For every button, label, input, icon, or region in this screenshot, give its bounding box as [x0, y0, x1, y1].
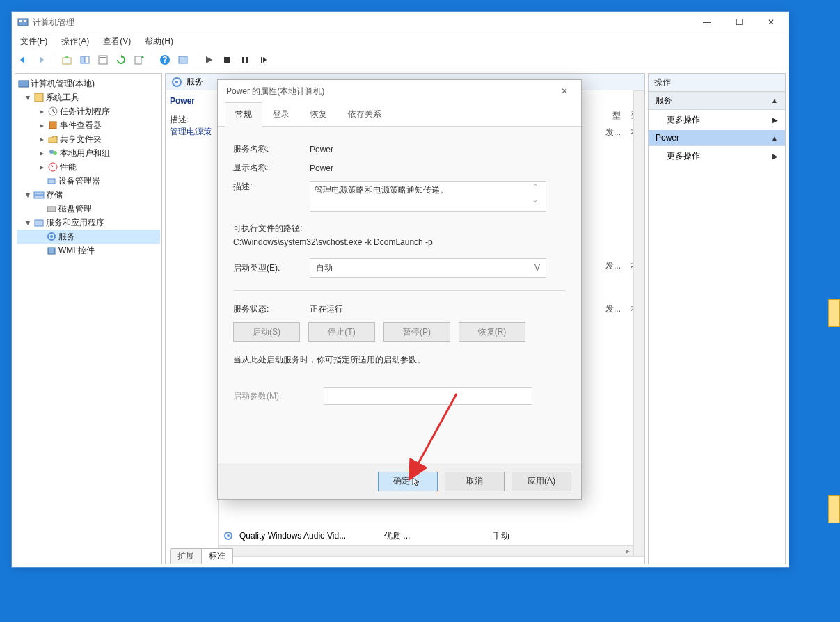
- row-hint1: 发...: [605, 127, 621, 138]
- resume-button[interactable]: 恢复(R): [459, 322, 525, 342]
- dialog-titlebar[interactable]: Power 的属性(本地计算机) ✕: [218, 80, 581, 102]
- tree-systools[interactable]: ▾系统工具: [17, 90, 160, 104]
- svg-rect-24: [34, 192, 44, 195]
- value-service-status: 正在运行: [310, 303, 566, 315]
- tab-general[interactable]: 常规: [225, 102, 262, 127]
- apply-button[interactable]: 应用(A): [512, 472, 571, 491]
- tab-standard[interactable]: 标准: [201, 548, 233, 564]
- list-item[interactable]: Quality Windows Audio Vid... 优质 ... 手动: [223, 529, 644, 543]
- cancel-button[interactable]: 取消: [445, 472, 505, 491]
- svg-rect-8: [135, 56, 141, 64]
- tree-shared-folders[interactable]: ▸共享文件夹: [17, 132, 160, 146]
- svg-rect-15: [261, 57, 262, 63]
- spin-buttons[interactable]: ˄˅: [533, 183, 544, 209]
- tab-dependencies[interactable]: 依存关系: [338, 102, 392, 127]
- nav-back-button[interactable]: [15, 51, 31, 68]
- svg-rect-25: [34, 196, 44, 198]
- nav-tree[interactable]: 计算机管理(本地) ▾系统工具 ▸任务计划程序 ▸事件查看器 ▸共享文件夹 ▸本…: [15, 73, 162, 564]
- service-row-icon: [223, 530, 234, 541]
- label-start-params: 启动参数(M):: [233, 390, 324, 402]
- svg-rect-1: [19, 20, 22, 22]
- menu-view[interactable]: 查看(V): [100, 34, 134, 49]
- properties-dialog: Power 的属性(本地计算机) ✕ 常规 登录 恢复 依存关系 服务名称:Po…: [217, 79, 582, 500]
- maximize-button[interactable]: ☐: [723, 12, 755, 33]
- actions-section-services[interactable]: 服务▲: [649, 92, 785, 110]
- label-exe-path: 可执行文件的路径:: [233, 223, 566, 234]
- svg-rect-27: [35, 220, 43, 226]
- tree-task-scheduler[interactable]: ▸任务计划程序: [17, 104, 160, 118]
- value-description: 管理电源策略和电源策略通知传递。: [315, 184, 448, 196]
- value-start-type: 自动: [316, 262, 333, 274]
- svg-point-29: [50, 235, 53, 238]
- start-hint-text: 当从此处启动服务时，你可指定所适用的启动参数。: [233, 354, 566, 366]
- start-type-select[interactable]: 自动 V: [310, 258, 546, 278]
- row-hint3: 发...: [605, 303, 621, 315]
- export-button[interactable]: [131, 51, 148, 68]
- grid-button[interactable]: [175, 51, 191, 68]
- actions-more-power[interactable]: 更多操作▶: [649, 146, 785, 166]
- stop-toolbar-button[interactable]: [219, 51, 235, 68]
- titlebar: 计算机管理 — ☐ ✕: [12, 12, 789, 33]
- help-button[interactable]: ?: [157, 51, 173, 68]
- tab-extended[interactable]: 扩展: [170, 548, 202, 564]
- tree-local-users[interactable]: ▸本地用户和组: [17, 146, 160, 160]
- menu-file[interactable]: 文件(F): [17, 34, 50, 49]
- close-button[interactable]: ✕: [755, 12, 787, 33]
- tree-root[interactable]: 计算机管理(本地): [17, 77, 160, 90]
- dialog-close-button[interactable]: ✕: [550, 81, 578, 101]
- menu-action[interactable]: 操作(A): [58, 34, 92, 49]
- tab-logon[interactable]: 登录: [262, 102, 300, 127]
- tree-storage[interactable]: ▾存储: [17, 188, 160, 202]
- pause-button[interactable]: 暂停(P): [383, 322, 450, 342]
- h-scrollbar[interactable]: ◂▸: [219, 545, 633, 557]
- tree-device-manager[interactable]: 设备管理器: [17, 174, 160, 188]
- value-display-name: Power: [310, 164, 566, 173]
- label-service-name: 服务名称:: [233, 143, 310, 155]
- tab-recovery[interactable]: 恢复: [300, 102, 338, 127]
- actions-section-power[interactable]: Power▲: [649, 130, 785, 146]
- svg-rect-26: [47, 207, 56, 212]
- dialog-footer: 确定 取消 应用(A): [218, 463, 581, 499]
- menu-help[interactable]: 帮助(H): [142, 34, 176, 49]
- actions-header: 操作: [649, 74, 785, 92]
- pause-toolbar-button[interactable]: [237, 51, 253, 68]
- desc-text: 管理电源策: [170, 126, 214, 138]
- play-button[interactable]: [200, 51, 217, 68]
- toolbar: ?: [12, 49, 789, 70]
- svg-rect-2: [24, 20, 26, 22]
- tree-performance[interactable]: ▸性能: [17, 160, 160, 174]
- svg-rect-11: [179, 56, 187, 63]
- restart-toolbar-button[interactable]: [255, 51, 271, 68]
- chevron-right-icon: ▶: [772, 116, 778, 124]
- svg-rect-17: [35, 93, 43, 102]
- menubar: 文件(F) 操作(A) 查看(V) 帮助(H): [12, 33, 789, 49]
- tree-svc-apps[interactable]: ▾服务和应用程序: [17, 216, 160, 230]
- start-button[interactable]: 启动(S): [233, 322, 300, 342]
- desc-label: 描述:: [170, 114, 214, 126]
- value-service-name: Power: [310, 145, 566, 154]
- row-start: 手动: [493, 530, 509, 542]
- desktop-folder-icon: [828, 299, 840, 327]
- up-button[interactable]: [58, 51, 75, 68]
- tree-wmi[interactable]: WMI 控件: [17, 244, 160, 257]
- properties-toolbar-button[interactable]: [95, 51, 111, 68]
- v-scrollbar[interactable]: [633, 90, 644, 557]
- svg-point-34: [227, 534, 230, 537]
- stop-button[interactable]: 停止(T): [308, 322, 375, 342]
- svg-rect-7: [100, 57, 106, 58]
- service-desc-panel: Power 描述: 管理电源策: [166, 90, 218, 564]
- start-params-input[interactable]: [324, 387, 532, 405]
- tree-services[interactable]: 服务: [17, 230, 160, 244]
- minimize-button[interactable]: —: [691, 12, 723, 33]
- svg-point-21: [53, 151, 57, 155]
- tree-disk-mgmt[interactable]: 磁盘管理: [17, 202, 160, 216]
- description-textarea[interactable]: 管理电源策略和电源策略通知传递。 ˄˅: [310, 181, 546, 212]
- actions-more-services[interactable]: 更多操作▶: [649, 110, 785, 130]
- ok-button[interactable]: 确定: [378, 472, 438, 491]
- tree-event-viewer[interactable]: ▸事件查看器: [17, 118, 160, 132]
- svg-rect-5: [85, 56, 89, 63]
- refresh-button[interactable]: [113, 51, 129, 68]
- show-hide-tree-button[interactable]: [77, 51, 93, 68]
- row-hint2: 发...: [605, 260, 621, 272]
- nav-forward-button[interactable]: [33, 51, 49, 68]
